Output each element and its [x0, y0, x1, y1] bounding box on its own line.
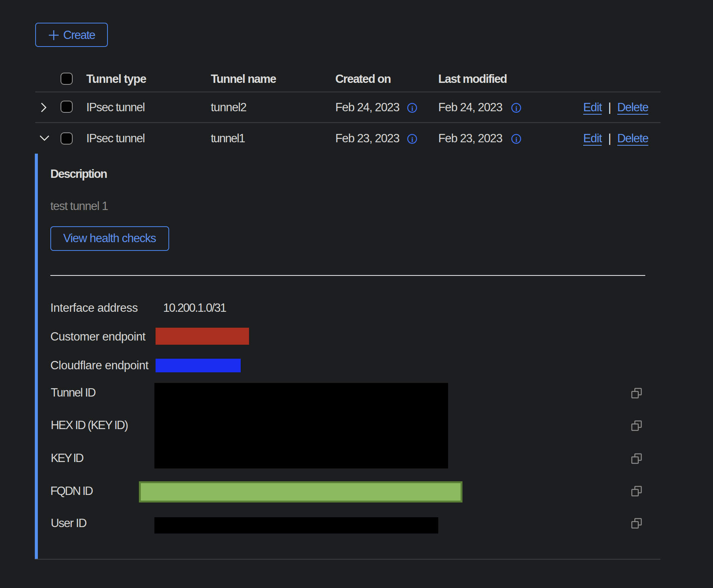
svg-text:i: i — [515, 135, 518, 143]
svg-text:i: i — [411, 104, 414, 112]
svg-text:i: i — [515, 104, 518, 112]
svg-text:i: i — [411, 135, 414, 143]
